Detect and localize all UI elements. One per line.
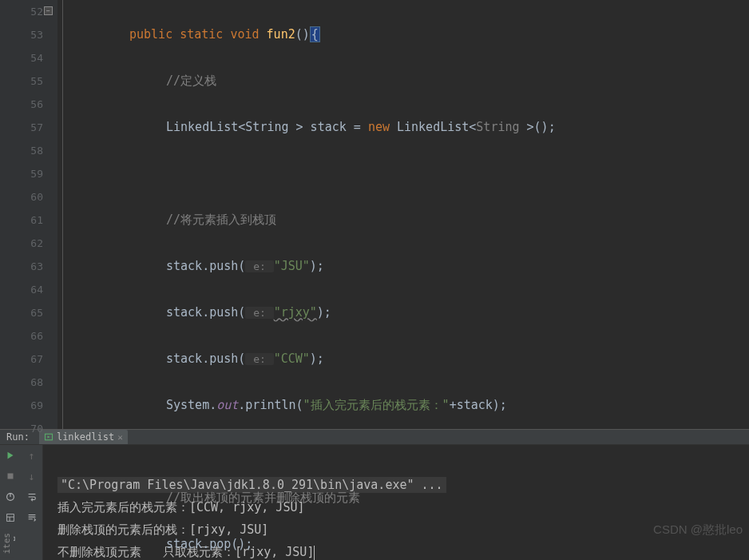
line-number: 54 xyxy=(0,46,43,70)
line-number: 62 xyxy=(0,232,43,255)
line-number: 68 xyxy=(0,371,43,394)
layout-button[interactable] xyxy=(0,507,22,528)
fold-icon[interactable]: − xyxy=(44,6,53,15)
line-number: 58 xyxy=(0,139,43,162)
exit-button[interactable] xyxy=(0,487,22,507)
line-number: 59 xyxy=(0,162,43,185)
svg-rect-1 xyxy=(8,474,14,479)
line-number: 65 xyxy=(0,301,43,324)
scroll-to-end-button[interactable] xyxy=(22,507,43,528)
line-number: 60 xyxy=(0,185,43,209)
watermark: CSDN @憨批leo xyxy=(653,522,743,538)
soft-wrap-button[interactable] xyxy=(22,487,43,507)
line-number: 55 xyxy=(0,70,43,93)
line-number: 66 xyxy=(0,324,43,348)
line-number: 61 xyxy=(0,209,43,232)
rerun-button[interactable] xyxy=(0,445,22,466)
line-number: 52− xyxy=(0,0,43,23)
line-number: 64 xyxy=(0,278,43,301)
line-gutter: 52− 53 54 55 56 57 58 59 60 61 62 63 64 … xyxy=(0,0,57,429)
line-number: 70 xyxy=(0,417,43,440)
sidebar-tab[interactable]: ites xyxy=(0,530,14,558)
cursor: { xyxy=(310,26,320,42)
svg-rect-2 xyxy=(7,514,14,522)
line-number: 67 xyxy=(0,348,43,371)
run-config-icon xyxy=(44,432,54,442)
line-number: 56 xyxy=(0,93,43,116)
code-editor[interactable]: 52− 53 54 55 56 57 58 59 60 61 62 63 64 … xyxy=(0,0,749,429)
line-number: 63 xyxy=(0,255,43,278)
up-button[interactable]: ↑ xyxy=(22,445,43,466)
line-number: 53 xyxy=(0,23,43,46)
code-content[interactable]: public static void fun2(){ //定义栈 LinkedL… xyxy=(57,0,749,429)
param-hint: e: xyxy=(245,260,273,272)
line-number: 57 xyxy=(0,116,43,139)
trash-button[interactable] xyxy=(22,528,43,549)
param-hint: e: xyxy=(245,353,273,365)
param-hint: e: xyxy=(245,307,273,319)
line-number: 69 xyxy=(0,394,43,417)
stop-button[interactable] xyxy=(0,466,22,487)
down-button[interactable]: ↓ xyxy=(22,466,43,487)
